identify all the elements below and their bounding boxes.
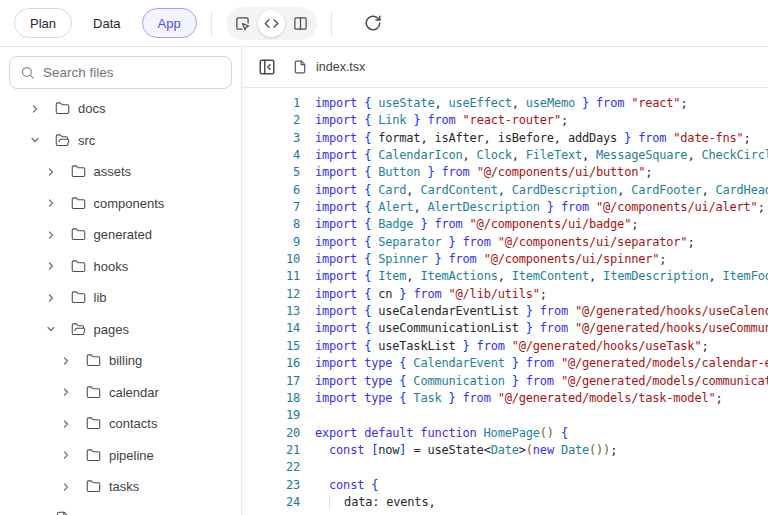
tree-item-label: pages	[94, 322, 129, 337]
code-line-13[interactable]: 13import { useCalendarEventList } from "…	[242, 303, 768, 320]
search-files-input[interactable]	[43, 65, 221, 80]
code-line-16[interactable]: 16import type { CalendarEvent } from "@/…	[242, 355, 768, 372]
tree-item-pipeline[interactable]: pipeline	[0, 440, 241, 472]
folder-icon	[86, 479, 101, 494]
line-number: 24	[242, 494, 300, 511]
tree-item-label: generated	[94, 227, 153, 242]
editor-tab-index-tsx[interactable]: index.tsx	[293, 60, 365, 74]
refresh-button[interactable]	[359, 9, 387, 37]
code-line-10[interactable]: 10import { Spinner } from "@/components/…	[242, 251, 768, 268]
folder-icon	[71, 164, 86, 179]
folder-icon	[71, 196, 86, 211]
code-line-14[interactable]: 14import { useCommunicationList } from "…	[242, 320, 768, 337]
square-mouse-pointer-icon	[235, 16, 250, 31]
line-number: 12	[242, 286, 300, 303]
code-line-8[interactable]: 8import { Badge } from "@/components/ui/…	[242, 216, 768, 233]
code-line-17[interactable]: 17import type { Communication } from "@/…	[242, 373, 768, 390]
code-text: import { cn } from "@/lib/utils";	[315, 286, 768, 303]
code-line-18[interactable]: 18import type { Task } from "@/generated…	[242, 390, 768, 407]
code-line-5[interactable]: 5import { Button } from "@/components/ui…	[242, 164, 768, 181]
tree-item-label: tasks	[109, 479, 139, 494]
split-mode-button[interactable]	[287, 10, 314, 37]
chevron-right-icon[interactable]	[45, 229, 57, 241]
code-line-3[interactable]: 3import { format, isAfter, isBefore, add…	[242, 130, 768, 147]
chevron-right-icon[interactable]	[29, 103, 41, 115]
chevron-right-icon[interactable]	[60, 355, 72, 367]
chevron-right-icon[interactable]	[60, 449, 72, 461]
tree-item-src[interactable]: src	[0, 125, 241, 157]
code-text: const {	[315, 477, 768, 494]
file-explorer-sidebar: docssrcassetscomponentsgeneratedhookslib…	[0, 47, 242, 515]
design-mode-button[interactable]	[229, 10, 256, 37]
line-number: 19	[242, 407, 300, 424]
chevron-right-icon[interactable]	[60, 418, 72, 430]
view-mode-switcher	[226, 7, 317, 40]
tree-item-billing[interactable]: billing	[0, 345, 241, 377]
data-tab[interactable]: Data	[78, 8, 135, 38]
code-editor-panel: index.tsx 1import { useState, useEffect,…	[242, 47, 768, 515]
chevron-right-icon[interactable]	[45, 166, 57, 178]
line-number: 18	[242, 390, 300, 407]
search-files-box[interactable]	[9, 56, 232, 89]
code-line-7[interactable]: 7import { Alert, AlertDescription } from…	[242, 199, 768, 216]
code-text: import type { Task } from "@/generated/m…	[315, 390, 768, 407]
code-text: import { useCommunicationList } from "@/…	[315, 320, 768, 337]
tree-item-hooks[interactable]: hooks	[0, 251, 241, 283]
chevron-down-icon[interactable]	[45, 323, 57, 335]
code-line-22[interactable]: 22	[242, 459, 768, 476]
code-line-12[interactable]: 12import { cn } from "@/lib/utils";	[242, 286, 768, 303]
toolbar-divider	[211, 10, 212, 37]
tree-item-label: docs	[78, 101, 105, 116]
code-line-11[interactable]: 11import { Item, ItemActions, ItemConten…	[242, 268, 768, 285]
tree-item-generated[interactable]: generated	[0, 219, 241, 251]
code-text	[315, 407, 768, 424]
tree-item-file[interactable]	[0, 503, 241, 515]
tree-item-contacts[interactable]: contacts	[0, 408, 241, 440]
code-line-9[interactable]: 9import { Separator } from "@/components…	[242, 234, 768, 251]
toolbar-divider	[331, 10, 332, 37]
code-line-20[interactable]: 20export default function HomePage() {	[242, 425, 768, 442]
code-line-1[interactable]: 1import { useState, useEffect, useMemo }…	[242, 95, 768, 112]
app-tab[interactable]: App	[142, 8, 197, 38]
line-number: 17	[242, 373, 300, 390]
columns-icon	[293, 16, 308, 31]
tree-item-calendar[interactable]: calendar	[0, 377, 241, 409]
code-line-2[interactable]: 2import { Link } from "react-router";	[242, 112, 768, 129]
top-toolbar: Plan Data App	[0, 0, 768, 47]
tree-item-components[interactable]: components	[0, 188, 241, 220]
tree-item-pages[interactable]: pages	[0, 314, 241, 346]
tree-item-tasks[interactable]: tasks	[0, 471, 241, 503]
collapse-sidebar-button[interactable]	[258, 58, 276, 76]
chevron-right-icon[interactable]	[45, 197, 57, 209]
plan-tab[interactable]: Plan	[14, 8, 72, 38]
code-line-6[interactable]: 6import { Card, CardContent, CardDescrip…	[242, 182, 768, 199]
code-line-15[interactable]: 15import { useTaskList } from "@/generat…	[242, 338, 768, 355]
code-line-19[interactable]: 19	[242, 407, 768, 424]
tree-item-label: components	[94, 196, 165, 211]
tree-item-lib[interactable]: lib	[0, 282, 241, 314]
line-number: 5	[242, 164, 300, 181]
chevron-right-icon[interactable]	[45, 260, 57, 272]
chevron-right-icon[interactable]	[60, 386, 72, 398]
folder-open-icon	[71, 322, 86, 337]
code-line-21[interactable]: 21 const [now] = useState<Date>(new Date…	[242, 442, 768, 459]
tree-item-docs[interactable]: docs	[0, 93, 241, 125]
code-text: import { useCalendarEventList } from "@/…	[315, 303, 768, 320]
code-line-24[interactable]: 24 data: events,	[242, 494, 768, 511]
tree-item-label: src	[78, 133, 95, 148]
chevron-down-icon[interactable]	[29, 134, 41, 146]
tree-item-label: contacts	[109, 416, 157, 431]
code-text: import { format, isAfter, isBefore, addD…	[315, 130, 768, 147]
code-line-23[interactable]: 23 const {	[242, 477, 768, 494]
tree-item-assets[interactable]: assets	[0, 156, 241, 188]
line-number: 16	[242, 355, 300, 372]
code-line-4[interactable]: 4import { CalendarIcon, Clock, FileText,…	[242, 147, 768, 164]
line-number: 20	[242, 425, 300, 442]
file-tree: docssrcassetscomponentsgeneratedhookslib…	[0, 90, 241, 515]
code-content[interactable]: 1import { useState, useEffect, useMemo }…	[242, 88, 768, 515]
chevron-right-icon[interactable]	[45, 292, 57, 304]
chevron-right-icon[interactable]	[60, 481, 72, 493]
code-mode-button[interactable]	[258, 10, 285, 37]
panel-left-close-icon	[258, 58, 276, 76]
line-number: 21	[242, 442, 300, 459]
